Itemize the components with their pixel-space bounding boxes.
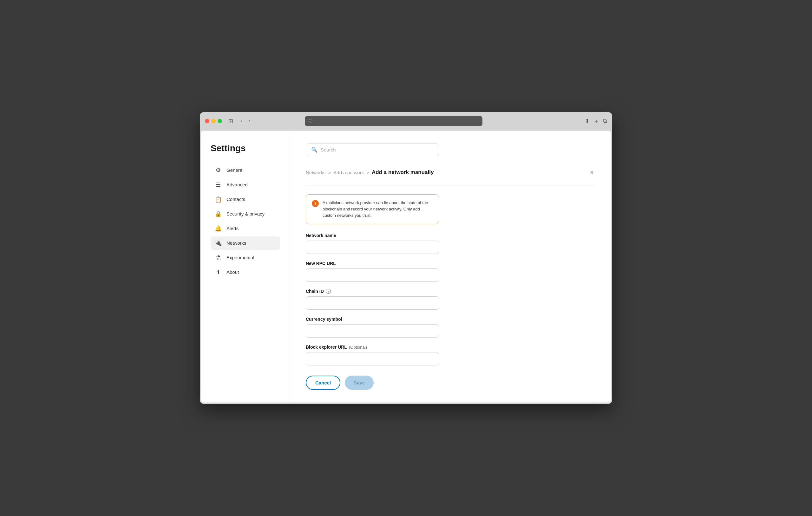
chain-id-label: Chain ID i [306, 289, 439, 294]
sidebar-item-alerts-label: Alerts [227, 226, 238, 231]
add-network-form: Network name New RPC URL Chain ID i [306, 233, 439, 390]
sidebar-item-about-label: About [227, 269, 239, 275]
network-name-label: Network name [306, 233, 439, 238]
rpc-url-input[interactable] [306, 269, 439, 282]
search-bar: 🔍 [306, 143, 439, 156]
new-tab-button[interactable]: ＋ [593, 117, 599, 125]
breadcrumb-current: Add a network manually [372, 169, 434, 176]
header-row: Networks > Add a network > Add a network… [306, 168, 595, 178]
sidebar: Settings ⚙ General ☰ Advanced 📋 Contacts [201, 130, 290, 402]
warning-icon: i [312, 200, 319, 207]
browser-window: ⊞ ‹ › 🛡 ⬆ ＋ ⧉ Settings ⚙ General [200, 112, 612, 404]
chain-id-input[interactable] [306, 296, 439, 310]
currency-symbol-label: Currency symbol [306, 316, 439, 322]
settings-title: Settings [211, 143, 280, 153]
save-button[interactable]: Save [345, 375, 374, 390]
breadcrumb-networks[interactable]: Networks [306, 170, 326, 175]
main-content: 🔍 Networks > Add a network > Add a netwo… [290, 130, 611, 402]
rpc-url-group: New RPC URL [306, 261, 439, 282]
browser-titlebar: ⊞ ‹ › 🛡 ⬆ ＋ ⧉ [200, 112, 612, 130]
sidebar-item-experimental-label: Experimental [227, 255, 254, 260]
maximize-traffic-light[interactable] [218, 119, 222, 123]
network-name-input[interactable] [306, 241, 439, 254]
block-explorer-label: Block explorer URL (Optional) [306, 344, 439, 350]
sidebar-item-networks[interactable]: 🔌 Networks [211, 237, 280, 250]
advanced-icon: ☰ [214, 181, 222, 188]
close-button[interactable]: × [589, 168, 595, 178]
sidebar-item-alerts[interactable]: 🔔 Alerts [211, 222, 280, 235]
traffic-lights [205, 119, 222, 123]
breadcrumb-sep2: > [366, 170, 369, 175]
experimental-icon: ⚗ [214, 254, 222, 261]
browser-right-controls: ⬆ ＋ ⧉ [585, 117, 607, 125]
sidebar-item-contacts-label: Contacts [227, 196, 245, 202]
address-bar: 🛡 [305, 116, 483, 126]
sidebar-item-contacts[interactable]: 📋 Contacts [211, 193, 280, 206]
contacts-icon: 📋 [214, 196, 222, 203]
chain-id-info-icon[interactable]: i [326, 289, 331, 294]
warning-box: i A malicious network provider can lie a… [306, 194, 439, 224]
back-button[interactable]: ‹ [239, 117, 243, 125]
sidebar-item-experimental[interactable]: ⚗ Experimental [211, 251, 280, 264]
section-divider [306, 185, 595, 185]
cancel-button[interactable]: Cancel [306, 375, 340, 390]
network-name-group: Network name [306, 233, 439, 254]
breadcrumb-sep1: > [328, 170, 331, 175]
close-traffic-light[interactable] [205, 119, 209, 123]
breadcrumb: Networks > Add a network > Add a network… [306, 169, 434, 176]
chain-id-group: Chain ID i [306, 289, 439, 310]
block-explorer-group: Block explorer URL (Optional) [306, 344, 439, 365]
sidebar-toggle-button[interactable]: ⊞ [226, 116, 236, 126]
sidebar-item-advanced-label: Advanced [227, 182, 248, 187]
currency-symbol-input[interactable] [306, 324, 439, 338]
share-button[interactable]: ⬆ [585, 118, 590, 125]
currency-symbol-group: Currency symbol [306, 316, 439, 338]
alerts-icon: 🔔 [214, 225, 222, 232]
warning-text: A malicious network provider can lie abo… [323, 200, 433, 219]
browser-content: Settings ⚙ General ☰ Advanced 📋 Contacts [201, 130, 611, 402]
form-buttons: Cancel Save [306, 375, 439, 390]
networks-icon: 🔌 [214, 240, 222, 247]
settings-container: Settings ⚙ General ☰ Advanced 📋 Contacts [201, 130, 611, 402]
rpc-url-label: New RPC URL [306, 261, 439, 266]
minimize-traffic-light[interactable] [211, 119, 216, 123]
sidebar-item-general[interactable]: ⚙ General [211, 163, 280, 177]
breadcrumb-add-network[interactable]: Add a network [334, 170, 364, 175]
tabs-button[interactable]: ⧉ [603, 118, 607, 124]
forward-button[interactable]: › [248, 117, 252, 125]
about-icon: ℹ [214, 269, 222, 276]
sidebar-item-networks-label: Networks [227, 240, 246, 246]
general-icon: ⚙ [214, 167, 222, 174]
shield-icon: 🛡 [309, 119, 313, 124]
block-explorer-optional: (Optional) [349, 345, 367, 350]
search-icon: 🔍 [311, 147, 318, 153]
sidebar-nav: ⚙ General ☰ Advanced 📋 Contacts 🔒 Securi… [211, 163, 280, 279]
sidebar-item-security-label: Security & privacy [227, 211, 264, 216]
sidebar-item-general-label: General [227, 168, 243, 173]
sidebar-item-security[interactable]: 🔒 Security & privacy [211, 207, 280, 221]
block-explorer-input[interactable] [306, 352, 439, 365]
sidebar-item-about[interactable]: ℹ About [211, 266, 280, 279]
sidebar-item-advanced[interactable]: ☰ Advanced [211, 178, 280, 191]
search-input[interactable] [321, 147, 434, 152]
security-icon: 🔒 [214, 210, 222, 217]
